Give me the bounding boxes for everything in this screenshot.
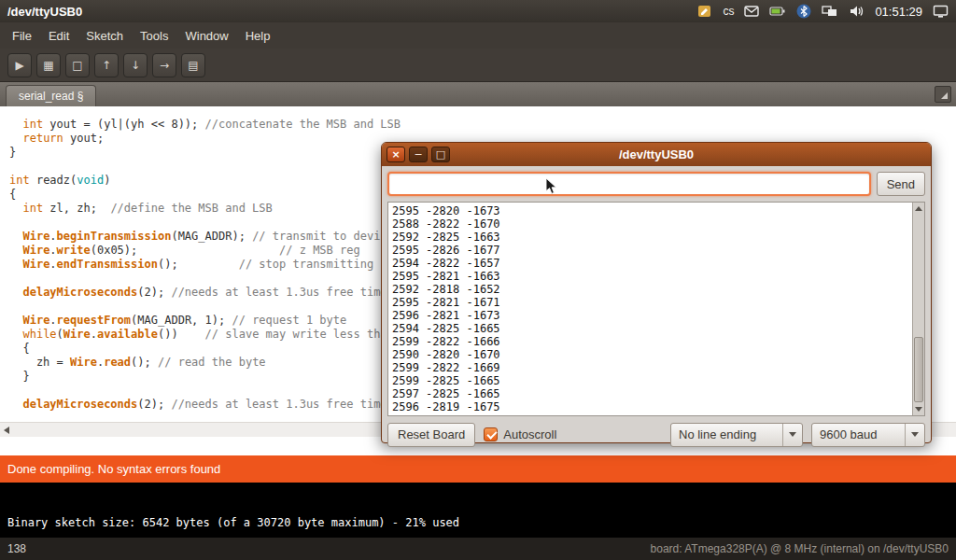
line-number: 138 (7, 542, 26, 555)
status-bar: Done compiling. No syntax errors found (0, 455, 956, 483)
top-panel: /dev/ttyUSB0 cs 01:51:29 (0, 0, 956, 22)
tab-label: serial_read § (19, 90, 83, 103)
menu-item-help[interactable]: Help (237, 24, 279, 48)
serial-line: 2595 -2821 -1663 (392, 270, 921, 283)
serial-monitor-window: × − □ /dev/ttyUSB0 Send 2595 -2820 -1673… (381, 142, 932, 443)
footer-bar: 138 board: ATmega328P(A) @ 8 MHz (intern… (0, 537, 956, 560)
baud-select[interactable]: 9600 baud (811, 423, 925, 447)
autoscroll-label: Autoscroll (503, 427, 556, 441)
serial-monitor-controls: Reset Board Autoscroll No line ending 96… (387, 422, 925, 447)
active-window-title: /dev/ttyUSB0 (7, 5, 82, 19)
serial-line: 2595 -2821 -1671 (392, 296, 921, 309)
status-message: Done compiling. No syntax errors found (7, 462, 220, 476)
serial-line: 2590 -2820 -1670 (392, 348, 921, 361)
upload-button[interactable]: → (152, 53, 176, 77)
serial-output-scrollbar[interactable] (912, 203, 924, 415)
chevron-down-icon (782, 424, 802, 446)
tab-menu-arrow-icon (941, 92, 948, 99)
keyboard-layout-indicator[interactable]: cs (723, 5, 734, 18)
console-output: Binary sketch size: 6542 bytes (of a 307… (0, 483, 956, 537)
menu-item-sketch[interactable]: Sketch (77, 24, 132, 48)
serial-line: 2592 -2818 -1652 (392, 283, 921, 296)
mail-icon[interactable] (744, 4, 759, 19)
code-line: int yout = (yl|(yh << 8)); //concatenate… (9, 118, 956, 132)
console-text: Binary sketch size: 6542 bytes (of a 307… (7, 516, 949, 529)
scroll-left-icon[interactable] (4, 427, 9, 434)
tabbar: serial_read § (0, 82, 956, 106)
serial-monitor-title: /dev/ttyUSB0 (382, 147, 931, 161)
scrollbar-thumb[interactable] (914, 337, 923, 402)
screen: /dev/ttyUSB0 cs 01:51:29 (0, 0, 956, 560)
serial-line: 2594 -2822 -1657 (392, 257, 921, 270)
serial-line: 2597 -2825 -1665 (392, 387, 921, 400)
stop-button[interactable]: ▦ (36, 53, 61, 77)
open-button[interactable]: ↑ (94, 53, 119, 77)
board-info: board: ATmega328P(A) @ 8 MHz (internal) … (651, 542, 949, 555)
menubar: FileEditSketchToolsWindowHelp (0, 22, 956, 49)
minimize-button[interactable]: − (409, 147, 428, 162)
battery-icon[interactable] (769, 4, 786, 19)
menu-item-edit[interactable]: Edit (40, 24, 77, 48)
baud-value: 9600 baud (812, 427, 905, 441)
network-icon[interactable] (822, 4, 838, 19)
autoscroll-checkbox[interactable] (484, 427, 498, 441)
maximize-button[interactable]: □ (431, 147, 450, 162)
notes-icon[interactable] (697, 4, 712, 19)
serial-line: 2595 -2826 -1677 (392, 244, 921, 257)
serial-line: 2596 -2821 -1673 (392, 309, 921, 322)
serial-monitor-body: Send 2595 -2820 -16732588 -2822 -1670259… (382, 166, 931, 453)
new-sketch-button[interactable]: □ (65, 53, 90, 77)
tab-serial-read[interactable]: serial_read § (6, 85, 96, 106)
session-menu-icon[interactable] (933, 4, 949, 19)
serial-monitor-button[interactable]: ▤ (181, 53, 205, 77)
tab-menu-button[interactable] (935, 86, 951, 103)
send-button[interactable]: Send (877, 172, 925, 196)
bluetooth-icon[interactable] (796, 4, 811, 19)
volume-icon[interactable] (849, 4, 865, 19)
menu-item-tools[interactable]: Tools (132, 24, 176, 48)
serial-monitor-titlebar[interactable]: × − □ /dev/ttyUSB0 (382, 143, 931, 166)
clock[interactable]: 01:51:29 (875, 5, 922, 19)
serial-line: 2596 -2819 -1675 (392, 400, 921, 413)
scroll-down-icon[interactable] (913, 403, 924, 415)
line-ending-value: No line ending (671, 427, 782, 441)
serial-line: 2599 -2822 -1666 (392, 335, 921, 348)
serial-line: 2599 -2825 -1665 (392, 374, 921, 387)
chevron-down-icon (905, 424, 924, 446)
serial-line: 2588 -2822 -1670 (392, 217, 921, 231)
serial-line: 2595 -2820 -1673 (392, 204, 921, 217)
menu-item-window[interactable]: Window (176, 24, 236, 48)
save-button[interactable]: ↓ (123, 53, 148, 77)
serial-output-wrap: 2595 -2820 -16732588 -2822 -16702592 -28… (387, 202, 925, 416)
toolbar: ▶▦□↑↓→▤ (0, 49, 956, 82)
autoscroll-control[interactable]: Autoscroll (484, 427, 556, 441)
verify-button[interactable]: ▶ (7, 53, 32, 77)
reset-board-button[interactable]: Reset Board (387, 423, 475, 447)
menu-item-file[interactable]: File (4, 24, 40, 48)
serial-send-input[interactable] (387, 172, 871, 196)
system-tray: cs 01:51:29 (697, 4, 949, 19)
send-row: Send (387, 172, 925, 196)
line-ending-select[interactable]: No line ending (670, 423, 803, 447)
scroll-up-icon[interactable] (913, 203, 924, 215)
serial-line: 2592 -2825 -1663 (392, 231, 921, 244)
serial-line: 2599 -2822 -1669 (392, 361, 921, 374)
close-button[interactable]: × (387, 147, 405, 162)
serial-output[interactable]: 2595 -2820 -16732588 -2822 -16702592 -28… (388, 203, 924, 415)
serial-line: 2594 -2825 -1665 (392, 322, 921, 335)
